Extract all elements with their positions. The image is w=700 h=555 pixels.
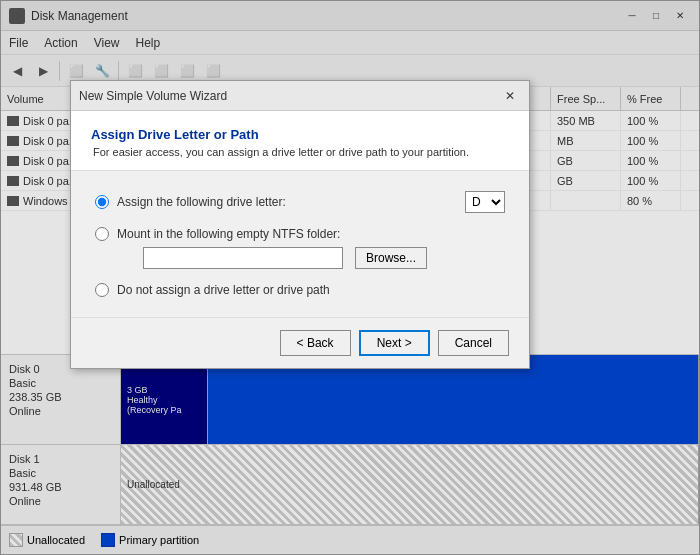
mount-ntfs-radio[interactable]	[95, 227, 109, 241]
modal-overlay: New Simple Volume Wizard ✕ Assign Drive …	[0, 0, 700, 555]
drive-letter-select[interactable]: D E F G	[465, 191, 505, 213]
next-button[interactable]: Next >	[359, 330, 430, 356]
assign-letter-label[interactable]: Assign the following drive letter:	[117, 195, 286, 209]
dialog-title-bar: New Simple Volume Wizard ✕	[71, 81, 529, 111]
assign-letter-row: Assign the following drive letter: D E F…	[95, 191, 505, 213]
no-assign-label[interactable]: Do not assign a drive letter or drive pa…	[117, 283, 330, 297]
dialog-footer: < Back Next > Cancel	[71, 317, 529, 368]
dialog-header-title: Assign Drive Letter or Path	[91, 127, 509, 142]
back-button[interactable]: < Back	[280, 330, 351, 356]
cancel-button[interactable]: Cancel	[438, 330, 509, 356]
no-assign-radio[interactable]	[95, 283, 109, 297]
mount-ntfs-row: Mount in the following empty NTFS folder…	[95, 227, 505, 241]
ntfs-input-row: Browse...	[95, 247, 505, 269]
browse-button[interactable]: Browse...	[355, 247, 427, 269]
wizard-dialog: New Simple Volume Wizard ✕ Assign Drive …	[70, 80, 530, 369]
dialog-body: Assign the following drive letter: D E F…	[71, 171, 529, 317]
drive-letter-selector: D E F G	[465, 191, 505, 213]
dialog-close-button[interactable]: ✕	[499, 85, 521, 107]
mount-ntfs-container: Mount in the following empty NTFS folder…	[95, 227, 505, 269]
no-assign-row: Do not assign a drive letter or drive pa…	[95, 283, 505, 297]
dialog-header: Assign Drive Letter or Path For easier a…	[71, 111, 529, 171]
assign-letter-radio[interactable]	[95, 195, 109, 209]
ntfs-folder-input[interactable]	[143, 247, 343, 269]
dialog-title: New Simple Volume Wizard	[79, 89, 493, 103]
mount-ntfs-label[interactable]: Mount in the following empty NTFS folder…	[117, 227, 340, 241]
dialog-header-description: For easier access, you can assign a driv…	[91, 146, 509, 158]
